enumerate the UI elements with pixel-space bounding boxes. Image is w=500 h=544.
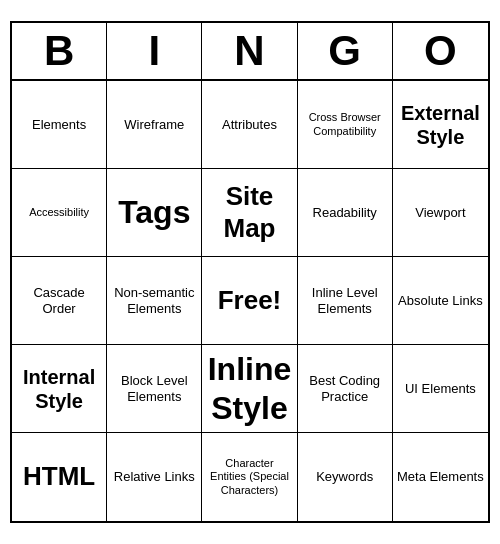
bingo-grid: ElementsWireframeAttributesCross Browser… — [12, 81, 488, 521]
bingo-cell-3: Cross Browser Compatibility — [298, 81, 393, 169]
cell-text-18: Best Coding Practice — [302, 373, 388, 404]
bingo-cell-9: Viewport — [393, 169, 488, 257]
bingo-cell-22: Character Entities (Special Characters) — [202, 433, 297, 521]
cell-text-21: Relative Links — [114, 469, 195, 485]
bingo-cell-1: Wireframe — [107, 81, 202, 169]
bingo-cell-10: Cascade Order — [12, 257, 107, 345]
cell-text-19: UI Elements — [405, 381, 476, 397]
cell-text-15: Internal Style — [16, 365, 102, 413]
bingo-letter-o: O — [393, 23, 488, 79]
cell-text-14: Absolute Links — [398, 293, 483, 309]
bingo-cell-23: Keywords — [298, 433, 393, 521]
bingo-cell-21: Relative Links — [107, 433, 202, 521]
bingo-cell-11: Non-semantic Elements — [107, 257, 202, 345]
bingo-cell-17: Inline Style — [202, 345, 297, 433]
bingo-cell-13: Inline Level Elements — [298, 257, 393, 345]
bingo-cell-20: HTML — [12, 433, 107, 521]
cell-text-5: Accessibility — [29, 206, 89, 219]
cell-text-2: Attributes — [222, 117, 277, 133]
cell-text-20: HTML — [23, 461, 95, 492]
bingo-cell-6: Tags — [107, 169, 202, 257]
bingo-cell-12: Free! — [202, 257, 297, 345]
cell-text-3: Cross Browser Compatibility — [302, 111, 388, 137]
bingo-header: BINGO — [12, 23, 488, 81]
bingo-cell-8: Readability — [298, 169, 393, 257]
bingo-cell-0: Elements — [12, 81, 107, 169]
bingo-cell-5: Accessibility — [12, 169, 107, 257]
cell-text-6: Tags — [118, 193, 190, 231]
cell-text-13: Inline Level Elements — [302, 285, 388, 316]
cell-text-23: Keywords — [316, 469, 373, 485]
cell-text-17: Inline Style — [206, 350, 292, 427]
bingo-cell-7: Site Map — [202, 169, 297, 257]
cell-text-12: Free! — [218, 285, 282, 316]
bingo-letter-i: I — [107, 23, 202, 79]
cell-text-4: External Style — [397, 101, 484, 149]
cell-text-0: Elements — [32, 117, 86, 133]
cell-text-7: Site Map — [206, 181, 292, 243]
cell-text-9: Viewport — [415, 205, 465, 221]
cell-text-1: Wireframe — [124, 117, 184, 133]
cell-text-8: Readability — [313, 205, 377, 221]
bingo-letter-g: G — [298, 23, 393, 79]
cell-text-24: Meta Elements — [397, 469, 484, 485]
bingo-cell-24: Meta Elements — [393, 433, 488, 521]
bingo-letter-n: N — [202, 23, 297, 79]
cell-text-16: Block Level Elements — [111, 373, 197, 404]
cell-text-22: Character Entities (Special Characters) — [206, 457, 292, 497]
bingo-cell-4: External Style — [393, 81, 488, 169]
bingo-cell-16: Block Level Elements — [107, 345, 202, 433]
bingo-cell-14: Absolute Links — [393, 257, 488, 345]
cell-text-10: Cascade Order — [16, 285, 102, 316]
bingo-card: BINGO ElementsWireframeAttributesCross B… — [10, 21, 490, 523]
cell-text-11: Non-semantic Elements — [111, 285, 197, 316]
bingo-cell-15: Internal Style — [12, 345, 107, 433]
bingo-letter-b: B — [12, 23, 107, 79]
bingo-cell-2: Attributes — [202, 81, 297, 169]
bingo-cell-19: UI Elements — [393, 345, 488, 433]
bingo-cell-18: Best Coding Practice — [298, 345, 393, 433]
